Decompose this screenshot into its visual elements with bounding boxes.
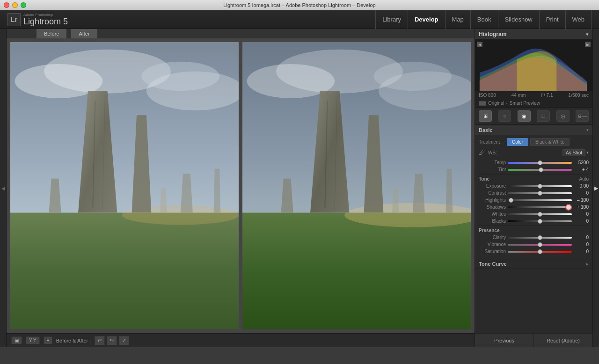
tone-curve-arrow-icon: ▸ [586, 262, 589, 266]
whites-slider[interactable] [508, 213, 572, 215]
before-image-panel [10, 42, 239, 330]
bw-treatment-button[interactable]: Black & White [530, 138, 570, 146]
tint-value: + 4 [574, 167, 589, 172]
blacks-thumb[interactable] [538, 219, 542, 224]
graduated-filter-tool[interactable]: □ [537, 110, 550, 122]
clarity-slider-row: Clarity 0 [479, 235, 589, 240]
spot-removal-tool[interactable]: ○ [498, 110, 511, 122]
blacks-slider[interactable] [508, 220, 572, 222]
contrast-slider[interactable] [508, 192, 572, 194]
wb-dropdown[interactable]: As Shot [562, 149, 585, 156]
vibrance-slider[interactable] [508, 244, 572, 246]
temp-value: 5200 [574, 160, 589, 165]
basic-panel-content: Treatment : Color Black & White 🖊 WB: As… [475, 135, 592, 259]
saturation-thumb[interactable] [538, 249, 542, 254]
crop-tool[interactable]: ⊞ [479, 110, 492, 122]
minimize-button[interactable] [12, 2, 18, 8]
shutter-speed: 1/500 sec [569, 93, 589, 98]
top-navigation: Lr Adobe Photoshop Lightroom 5 Library D… [0, 10, 599, 29]
tone-curve-section-header[interactable]: Tone Curve ▸ [475, 259, 592, 269]
swap-icon[interactable]: ⇄ [95, 336, 105, 345]
iso-value: ISO 800 [479, 93, 496, 98]
left-panel-toggle[interactable]: ◀ [0, 29, 7, 347]
temp-slider-row: Temp 5200 [479, 160, 589, 165]
nav-slideshow[interactable]: Slideshow [498, 10, 540, 29]
temp-thumb[interactable] [538, 160, 542, 165]
wb-row: 🖊 WB: As Shot ▾ [479, 149, 589, 156]
images-container [7, 38, 475, 334]
auto-tone-button[interactable]: Auto [579, 176, 589, 182]
previous-button[interactable]: Previous [475, 334, 533, 347]
nav-book[interactable]: Book [471, 10, 498, 29]
toolbar-icons: ⇄ ⇆ ⤢ [95, 336, 129, 345]
vibrance-value: 0 [574, 242, 589, 247]
histogram-header: Histogram ▾ [475, 29, 592, 40]
vibrance-slider-row: Vibrance 0 [479, 242, 589, 247]
histogram-clipping-arrows: ◀ ▶ [477, 42, 591, 47]
blacks-value: 0 [574, 218, 589, 224]
view-mode-button[interactable]: ▣ [11, 336, 22, 344]
contrast-thumb[interactable] [538, 191, 542, 196]
nav-library[interactable]: Library [375, 10, 408, 29]
presence-sub-title: Presence [479, 228, 499, 233]
tone-sub-header: Tone Auto [479, 176, 589, 182]
wb-eyedropper-icon[interactable]: 🖊 [479, 149, 485, 156]
clarity-slider[interactable] [508, 237, 572, 239]
highlights-label: Highlights [479, 197, 506, 203]
maximize-button[interactable] [21, 2, 26, 8]
app-name-container: Adobe Photoshop Lightroom 5 [23, 13, 68, 27]
nav-print[interactable]: Print [540, 10, 566, 29]
reset-button[interactable]: Reset (Adobe) [533, 334, 592, 347]
divider-1 [479, 174, 589, 175]
divider-2 [479, 226, 589, 226]
adjustment-brush-tool[interactable]: ⊖— [576, 110, 589, 122]
nav-map[interactable]: Map [446, 10, 471, 29]
radial-filter-tool[interactable]: ◎ [556, 110, 570, 122]
whites-value: 0 [574, 211, 589, 217]
tone-curve-title: Tone Curve [479, 261, 507, 267]
close-button[interactable] [4, 2, 9, 8]
bottom-toolbar: ▣ Y Y ▾ Before & After : ⇄ ⇆ ⤢ [7, 333, 475, 347]
nav-web[interactable]: Web [566, 10, 592, 29]
shadow-clipping-button[interactable]: ◀ [477, 42, 482, 47]
whites-slider-row: Whites 0 [479, 211, 589, 217]
titlebar: Lightroom 5 Iomega.lrcat – Adobe Photosh… [0, 0, 599, 10]
before-after-header: Before After [7, 29, 475, 38]
nav-develop[interactable]: Develop [408, 10, 446, 29]
vibrance-thumb[interactable] [538, 242, 542, 247]
smart-preview-icon [479, 101, 486, 106]
exposure-slider[interactable] [508, 185, 572, 187]
fit-icon[interactable]: ⤢ [119, 336, 129, 345]
aperture-value: f / 7.1 [541, 93, 553, 98]
saturation-slider-row: Saturation 0 [479, 249, 589, 254]
red-eye-tool[interactable]: ◉ [518, 110, 531, 122]
yy-button[interactable]: Y Y [26, 336, 40, 344]
histogram-title: Histogram [479, 31, 506, 37]
shadows-thumb[interactable] [565, 204, 572, 211]
exposure-thumb[interactable] [538, 184, 542, 189]
wb-label: WB: [488, 150, 502, 155]
color-treatment-button[interactable]: Color [507, 138, 528, 146]
saturation-slider[interactable] [508, 251, 572, 253]
window-controls[interactable] [4, 2, 26, 8]
highlight-clipping-button[interactable]: ▶ [585, 42, 591, 47]
whites-thumb[interactable] [538, 212, 542, 217]
swap-back-icon[interactable]: ⇆ [107, 336, 117, 345]
clarity-thumb[interactable] [538, 235, 542, 240]
whites-label: Whites [479, 211, 506, 217]
tint-slider[interactable] [508, 169, 572, 171]
highlights-slider[interactable] [508, 199, 572, 201]
shadows-slider[interactable] [508, 206, 572, 208]
right-panel: Histogram ▾ ◀ ▶ [475, 29, 592, 347]
highlights-thumb[interactable] [509, 198, 513, 203]
histogram-svg [475, 40, 592, 91]
basic-section-header[interactable]: Basic ▾ [475, 125, 592, 135]
temp-slider[interactable] [508, 162, 572, 164]
histogram-arrow-icon: ▾ [586, 31, 589, 37]
tint-thumb[interactable] [539, 167, 543, 172]
svg-rect-14 [242, 212, 471, 329]
yy-dropdown[interactable]: ▾ [44, 336, 52, 344]
wb-dropdown-arrow[interactable]: ▾ [586, 150, 589, 155]
right-panel-toggle[interactable]: ▶ [592, 29, 599, 347]
right-panel-arrow-icon: ▶ [594, 185, 598, 191]
